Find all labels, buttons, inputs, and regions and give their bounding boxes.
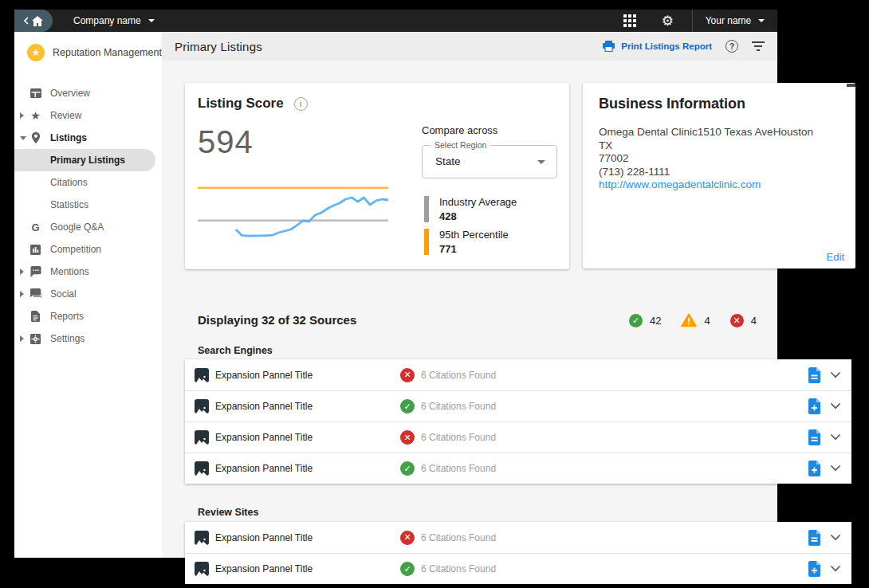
- gear-icon[interactable]: ⚙: [662, 14, 674, 28]
- legend-chip-gray: [424, 196, 429, 222]
- print-listings-report-button[interactable]: Print Listings Report: [603, 41, 712, 52]
- image-icon: [195, 399, 209, 414]
- expansion-panel-row[interactable]: Expansion Pannel Title ✕ 6 Citations Fou…: [185, 359, 851, 390]
- listing-score-card: Listing Score i 594 Compare across Selec…: [185, 83, 569, 269]
- home-icon: [32, 16, 43, 26]
- expansion-panel-row[interactable]: Expansion Pannel Title ✕ 6 Citations Fou…: [185, 421, 851, 453]
- image-icon: [195, 531, 209, 545]
- forum-icon: [29, 288, 41, 300]
- chevron-down-icon: [148, 19, 155, 22]
- business-website-link[interactable]: http://www.omegadentalclinic.com: [599, 178, 761, 190]
- info-icon[interactable]: i: [294, 97, 308, 111]
- sidebar-item-competition[interactable]: Competition: [14, 238, 162, 261]
- company-selector[interactable]: Company name: [73, 15, 155, 26]
- select-region-label: Select Region: [431, 140, 490, 150]
- expansion-panel-row[interactable]: Expansion Pannel Title ✓ 6 Citations Fou…: [185, 553, 851, 584]
- success-status-icon: ✓: [400, 399, 415, 414]
- sidebar-item-settings[interactable]: Settings: [14, 327, 162, 350]
- chevron-down-icon: [537, 160, 545, 164]
- home-button[interactable]: [14, 10, 53, 32]
- review-sites-label: Review Sites: [198, 507, 258, 518]
- success-status-icon: ✓: [400, 461, 415, 476]
- error-status-icon: ✕: [400, 368, 415, 382]
- bar-chart-icon: [29, 244, 41, 256]
- brand-name: Reputation Management: [53, 47, 162, 58]
- expansion-panel-row[interactable]: Expansion Pannel Title ✓ 6 Citations Fou…: [185, 390, 851, 421]
- printer-icon: [603, 41, 615, 52]
- sidebar-item-google-qa[interactable]: G Google Q&A: [14, 216, 162, 238]
- sidebar-item-primary-listings[interactable]: Primary Listings: [14, 149, 155, 171]
- google-g-icon: G: [29, 221, 41, 233]
- chevron-down-icon[interactable]: [826, 566, 845, 572]
- check-circle-icon: ✓: [629, 314, 643, 327]
- page-header: Primary Listings Print Listings Report ?: [162, 32, 777, 61]
- image-icon: [195, 368, 209, 382]
- sidebar-item-mentions[interactable]: Mentions: [14, 261, 162, 283]
- success-badge: ✓ 42: [629, 314, 661, 327]
- document-lines-icon[interactable]: [802, 530, 826, 546]
- help-icon[interactable]: ?: [725, 40, 738, 53]
- brand: ★ Reputation Management: [14, 32, 162, 61]
- scrollbar-thumb: [847, 84, 855, 87]
- user-menu[interactable]: Your name: [693, 15, 777, 26]
- sidebar-item-citations[interactable]: Citations: [14, 171, 162, 194]
- comment-icon: [29, 266, 41, 278]
- caret-right-icon: [20, 269, 24, 275]
- select-region-value: State: [435, 155, 461, 167]
- review-sites-panel-group: Expansion Pannel Title ✕ 6 Citations Fou…: [185, 522, 851, 584]
- chevron-down-icon[interactable]: [826, 372, 845, 378]
- expansion-panel-row[interactable]: Expansion Pannel Title ✕ 6 Citations Fou…: [185, 522, 851, 553]
- listing-score-title: Listing Score: [198, 96, 284, 112]
- image-icon: [195, 562, 209, 576]
- select-region-dropdown[interactable]: Select Region State: [422, 145, 557, 178]
- back-chevron-icon: [24, 17, 29, 25]
- success-status-icon: ✓: [400, 562, 415, 576]
- search-engines-panel-group: Expansion Pannel Title ✕ 6 Citations Fou…: [185, 359, 851, 484]
- legend-chip-orange: [424, 229, 429, 255]
- listing-score-value: 594: [198, 124, 254, 160]
- document-lines-icon[interactable]: [802, 367, 826, 383]
- chevron-down-icon[interactable]: [826, 434, 845, 441]
- sidebar-item-statistics[interactable]: Statistics: [14, 194, 162, 216]
- sidebar-item-reports[interactable]: Reports: [14, 305, 162, 327]
- caret-right-icon: [20, 112, 24, 119]
- error-status-icon: ✕: [400, 531, 415, 545]
- document-add-icon[interactable]: [802, 561, 826, 577]
- sidebar-item-social[interactable]: Social: [14, 283, 162, 305]
- sidebar-item-listings[interactable]: Listings: [14, 127, 162, 149]
- legend-95th-percentile: 95th Percentile 771: [424, 227, 509, 256]
- sidebar-item-overview[interactable]: Overview: [14, 82, 162, 104]
- document-add-icon[interactable]: [802, 461, 826, 476]
- expansion-panel-row[interactable]: Expansion Pannel Title ✓ 6 Citations Fou…: [185, 453, 851, 484]
- sidebar: ★ Reputation Management Overview ★ Revie…: [14, 32, 162, 558]
- caret-right-icon: [20, 335, 24, 342]
- edit-button[interactable]: Edit: [827, 251, 844, 263]
- warning-triangle-icon: [681, 313, 697, 327]
- chevron-down-icon: [758, 19, 765, 22]
- page-title: Primary Listings: [175, 40, 262, 53]
- filter-icon[interactable]: [752, 41, 765, 51]
- report-doc-icon: [29, 311, 41, 323]
- chevron-down-icon[interactable]: [826, 535, 845, 541]
- image-icon: [195, 461, 209, 476]
- status-badges: ✓ 42 4 ✕ 4: [629, 313, 757, 327]
- error-status-icon: ✕: [400, 430, 415, 445]
- error-badge: ✕ 4: [730, 314, 757, 327]
- company-name-label: Company name: [73, 15, 141, 26]
- sidebar-item-review[interactable]: ★ Review: [14, 104, 162, 127]
- legend-industry-average: Industry Average 428: [424, 194, 517, 223]
- apps-grid-icon[interactable]: [623, 14, 636, 27]
- star-badge-icon: ★: [27, 44, 45, 61]
- user-name-label: Your name: [706, 15, 752, 26]
- business-address: Omega Dental Clinic1510 Texas AveHouston…: [599, 126, 813, 192]
- sources-heading: Displaying 32 of 32 Sources: [198, 313, 356, 327]
- document-add-icon[interactable]: [802, 398, 826, 414]
- settings-icon: [29, 333, 41, 345]
- chevron-down-icon[interactable]: [826, 403, 845, 410]
- top-app-bar: Company name ⚙ Your name: [14, 10, 777, 32]
- image-icon: [195, 430, 209, 445]
- x-circle-icon: ✕: [730, 314, 744, 327]
- caret-down-icon: [20, 136, 26, 140]
- chevron-down-icon[interactable]: [826, 465, 845, 472]
- document-lines-icon[interactable]: [802, 429, 826, 445]
